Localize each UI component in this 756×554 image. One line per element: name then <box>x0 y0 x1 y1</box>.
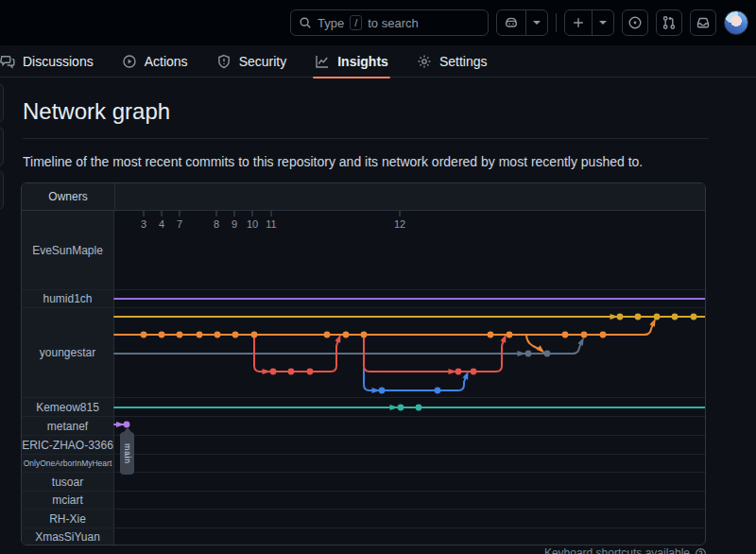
issues-button[interactable] <box>622 9 648 36</box>
search-icon <box>299 16 312 29</box>
commit-dot[interactable] <box>455 369 462 375</box>
git-pull-request-icon <box>662 15 677 30</box>
axis-tick-label: 8 <box>214 218 219 230</box>
commit-dot[interactable] <box>215 332 221 338</box>
search-placeholder-suffix: to search <box>368 16 418 30</box>
axis-tick-label: 10 <box>247 218 258 230</box>
network-graph-svg[interactable]: 34789101112 <box>22 183 706 545</box>
commit-dot[interactable] <box>488 332 494 338</box>
inbox-button[interactable] <box>690 9 716 36</box>
issue-opened-icon <box>627 15 643 30</box>
tab-label: Insights <box>337 54 388 69</box>
commit-dot[interactable] <box>398 405 404 411</box>
chevron-down-icon <box>599 21 607 25</box>
main-content: Network graph Timeline of the most recen… <box>0 78 756 545</box>
shortcuts-hint-text: Keyboard shortcuts available <box>544 546 690 554</box>
commit-dot[interactable] <box>416 405 422 411</box>
commit-dot[interactable] <box>507 332 513 338</box>
copilot-icon[interactable] <box>497 10 525 35</box>
tab-label: Settings <box>439 54 488 69</box>
commit-dot[interactable] <box>581 332 588 338</box>
commit-dot[interactable] <box>600 332 607 338</box>
copilot-button[interactable] <box>496 9 548 36</box>
commit-dot[interactable] <box>654 314 661 320</box>
tab-label: Actions <box>145 54 188 69</box>
commit-dot[interactable] <box>251 332 258 338</box>
axis-tick-label: 3 <box>141 218 146 230</box>
commit-dot[interactable] <box>672 314 679 320</box>
page-description: Timeline of the most recent commits to t… <box>23 154 733 169</box>
axis-tick-label: 4 <box>159 218 164 230</box>
tab-settings[interactable]: Settings <box>407 45 497 78</box>
comment-discussion-icon <box>0 54 15 69</box>
commit-dot[interactable] <box>471 369 477 375</box>
branch-label-main[interactable]: main <box>120 432 134 475</box>
tab-insights[interactable]: Insights <box>305 45 398 78</box>
pull-requests-button[interactable] <box>656 9 682 36</box>
commit-dot[interactable] <box>562 332 569 338</box>
branch-fork-gray <box>114 336 587 356</box>
network-graph-table: Owners EveSunMaplehumid1chyoungestarKeme… <box>21 182 706 545</box>
merge-arrow <box>390 405 399 410</box>
create-menu-caret[interactable] <box>592 10 613 35</box>
tab-discussions[interactable]: Discussions <box>0 45 103 78</box>
axis-tick-label: 7 <box>177 218 182 230</box>
axis-tick-label: 11 <box>266 218 276 230</box>
commit-dot[interactable] <box>177 332 183 338</box>
slash-key-hint: / <box>350 15 362 30</box>
axis-tick-label: 12 <box>394 218 405 230</box>
commit-dot[interactable] <box>270 369 277 375</box>
commit-dot[interactable] <box>232 332 239 338</box>
commit-dot[interactable] <box>617 314 624 320</box>
axis-tick-label: 9 <box>232 218 237 230</box>
commit-dot[interactable] <box>525 351 532 357</box>
commit-dot[interactable] <box>435 388 441 394</box>
copilot-menu-caret[interactable] <box>525 10 547 35</box>
page-title: Network graph <box>23 98 733 125</box>
global-search-input[interactable]: Type / to search <box>290 9 489 36</box>
header-divider <box>556 13 557 32</box>
merge-arrow <box>518 351 526 356</box>
commit-dot[interactable] <box>307 369 314 375</box>
tab-security[interactable]: Security <box>207 45 297 78</box>
merge-arrow <box>263 369 271 374</box>
graph-icon <box>315 54 330 69</box>
tab-actions[interactable]: Actions <box>112 45 198 78</box>
create-new-button[interactable] <box>564 9 614 36</box>
commit-dot[interactable] <box>324 332 331 338</box>
shield-icon <box>216 54 232 69</box>
top-header: Type / to search <box>0 0 756 45</box>
keyboard-shortcuts-hint[interactable]: Keyboard shortcuts available <box>544 546 707 554</box>
play-icon <box>122 54 137 69</box>
question-circle-icon <box>695 547 707 554</box>
commit-dot[interactable] <box>141 332 147 338</box>
tab-label: Security <box>239 54 287 69</box>
commit-dot[interactable] <box>379 388 386 394</box>
repo-nav-tabs: DiscussionsActionsSecurityInsightsSettin… <box>0 45 756 78</box>
search-placeholder-prefix: Type <box>318 16 344 30</box>
gear-icon <box>417 54 432 69</box>
inbox-icon <box>696 15 711 30</box>
commit-dot[interactable] <box>635 314 642 320</box>
commit-dot[interactable] <box>288 369 295 375</box>
branch-fork-orange <box>114 317 659 338</box>
tab-label: Discussions <box>23 54 94 69</box>
branch-kemeow815-main <box>114 405 706 411</box>
commit-dot[interactable] <box>159 332 165 338</box>
commit-dot[interactable] <box>691 314 697 320</box>
chevron-down-icon <box>533 21 541 25</box>
branch-fork-yellow <box>114 314 706 320</box>
title-divider <box>23 138 709 139</box>
commit-dot[interactable] <box>197 332 203 338</box>
commit-dot[interactable] <box>544 351 551 357</box>
commit-dot[interactable] <box>361 332 368 338</box>
branch-label-text: main <box>123 443 132 464</box>
commit-dot[interactable] <box>343 332 350 338</box>
avatar[interactable] <box>724 10 748 35</box>
plus-icon[interactable] <box>565 10 592 35</box>
